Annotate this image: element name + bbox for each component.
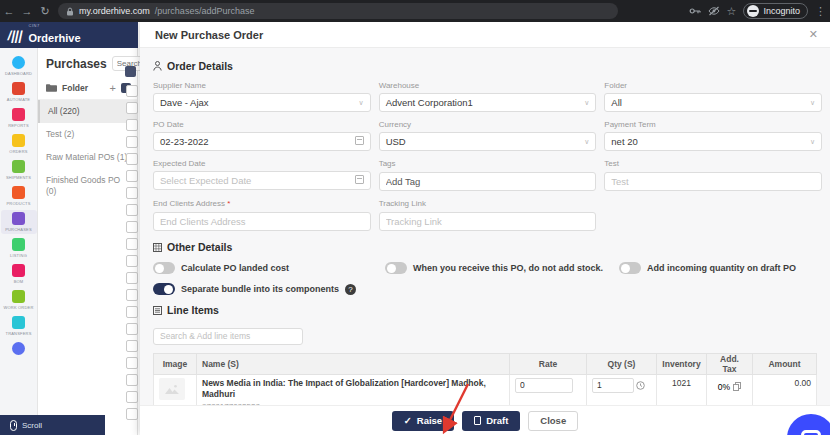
col-inventory: Inventory [657,353,707,374]
toggle-landed-cost: Calculate PO landed cost [153,262,377,274]
field-warehouse: Warehouse Advent Corporation1∨ [379,81,597,112]
draft-button[interactable]: Draft [462,411,520,431]
row-checkbox[interactable] [126,323,138,335]
help-icon[interactable]: ? [345,284,356,295]
supplier-select[interactable]: Dave - Ajax∨ [153,93,371,112]
row-checkbox[interactable] [126,119,138,131]
sidebar-item-automate[interactable]: AUTOMATE [1,80,37,104]
dashboard-icon [12,56,25,69]
shipments-icon [12,160,25,173]
expected-date-picker[interactable]: Select Expected Date [153,171,371,190]
row-checkbox[interactable] [126,391,138,403]
sidebar-item-purchases[interactable]: PURCHASES [1,210,37,234]
tags-input[interactable] [379,172,597,191]
orders-icon [12,134,25,147]
document-icon [474,416,481,425]
row-checkbox[interactable] [126,238,138,250]
row-checkbox[interactable] [126,289,138,301]
table-header-row: Image Name (S) Rate Qty (S) Inventory Ad… [154,353,817,374]
folder-select[interactable]: All∨ [604,93,822,112]
reload-icon[interactable]: ↻ [36,5,54,18]
row-checkbox[interactable] [126,153,138,165]
toggle-switch[interactable] [619,262,641,274]
chat-bubble-icon [801,430,821,435]
sidebar-item-products[interactable]: PRODUCTS [1,184,37,208]
copy-icon[interactable] [733,382,741,391]
qty-input[interactable] [592,378,634,393]
mouse-icon [10,420,17,431]
row-checkbox[interactable] [126,204,138,216]
row-checkbox[interactable] [126,85,138,97]
clock-icon[interactable] [636,381,645,390]
sidebar-item-transfers[interactable]: TRANSFERS [1,314,37,338]
sidebar-item-orders[interactable]: ORDERS [1,132,37,156]
orderhive-logo-icon: /||| [6,28,24,43]
list-filter-icon[interactable] [125,66,136,77]
bookmark-star-icon[interactable]: ☆ [727,5,737,18]
row-checkbox[interactable] [126,374,138,386]
sidebar-item-reports[interactable]: REPORTS [1,106,37,130]
col-rate: Rate [510,353,587,374]
payment-term-select[interactable]: net 20∨ [604,132,822,151]
toggle-switch[interactable] [153,283,175,295]
key-icon[interactable] [689,6,701,16]
warehouse-select[interactable]: Advent Corporation1∨ [379,93,597,112]
field-test: Test [604,159,822,191]
field-tags: Tags [379,159,597,191]
back-icon[interactable]: ← [0,5,18,17]
line-items-search-input[interactable] [153,328,303,345]
required-asterisk: * [227,199,230,208]
row-checkbox[interactable] [126,340,138,352]
sidebar-item-bom[interactable]: BOM [1,262,37,286]
product-image-placeholder [159,378,185,400]
bom-icon [12,264,25,277]
sidebar-item-dashboard[interactable]: DASHBOARD [1,54,37,78]
test-input[interactable] [604,172,822,191]
section-line-items: Line Items [167,304,219,316]
grid-icon [153,243,162,252]
close-button[interactable]: Close [528,411,578,431]
raise-button[interactable]: ✓Raise [392,411,454,431]
address-bar[interactable]: my.orderhive.com/purchases/addPurchase [58,3,618,19]
tracking-link-input[interactable] [379,212,597,231]
col-image: Image [154,353,197,374]
sidebar-item-shipments[interactable]: SHIPMENTS [1,158,37,182]
extra-app-icon [12,342,25,355]
eye-off-icon[interactable] [708,6,720,16]
row-checkbox[interactable] [126,170,138,182]
row-checkbox[interactable] [126,408,138,420]
toggle-switch[interactable] [153,262,175,274]
row-checkbox[interactable] [126,357,138,369]
currency-select[interactable]: USD∨ [379,132,597,151]
row-checkbox[interactable] [126,187,138,199]
sidebar-item-work-order[interactable]: WORK ORDER [1,288,37,312]
purchases-icon [12,212,25,225]
row-checkbox[interactable] [126,306,138,318]
rate-input[interactable] [515,378,573,393]
row-checkbox[interactable] [126,221,138,233]
row-checkbox[interactable] [126,255,138,267]
modal-title: New Purchase Order [155,29,263,41]
field-folder: Folder All∨ [604,81,822,112]
po-date-picker[interactable]: 02-23-2022 [153,132,371,151]
lock-icon [66,7,74,16]
person-icon [153,61,162,71]
row-checkbox[interactable] [126,272,138,284]
end-clients-address-input[interactable] [153,212,371,231]
close-icon[interactable]: ✕ [809,28,818,41]
sidebar-item-extra[interactable] [1,340,37,357]
chevron-down-icon: ∨ [584,138,589,146]
toggle-incoming-qty-draft: Add incoming quantity on draft PO [619,262,822,274]
sidebar-item-listing[interactable]: LISTING [1,236,37,260]
row-checkbox[interactable] [126,136,138,148]
toggle-switch[interactable] [385,262,407,274]
row-checkbox[interactable] [126,102,138,114]
forward-icon[interactable]: → [18,5,36,17]
toggle-no-add-stock: When you receive this PO, do not add sto… [385,262,611,274]
add-folder-button[interactable]: + [110,82,116,94]
po-list-strip [121,62,140,435]
nav-rail: DASHBOARD AUTOMATE REPORTS ORDERS SHIPME… [0,48,38,435]
browser-menu-icon[interactable]: ⋮ [815,5,826,18]
col-name: Name (S) [197,353,510,374]
brand-name: Orderhive [29,32,81,44]
